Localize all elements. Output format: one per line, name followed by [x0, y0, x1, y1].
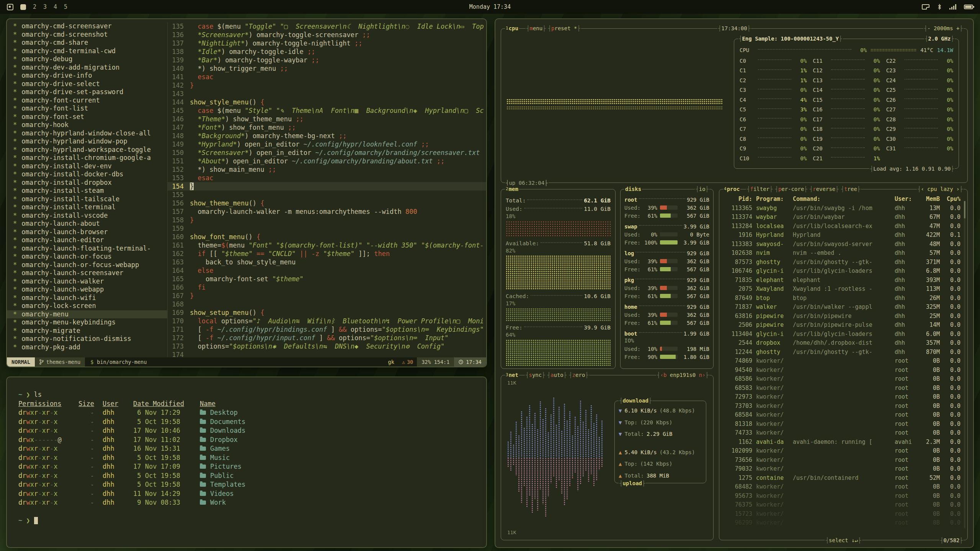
- omarchy-logo-icon[interactable]: [7, 4, 13, 10]
- proc-button-reverse[interactable]: ┤reverse├: [810, 186, 839, 192]
- update-interval-control[interactable]: ┤- 2000ms +├: [923, 25, 964, 32]
- ls-row[interactable]: drwxr-xr-x-dhh 9 Nov 08:33Work: [18, 498, 475, 507]
- ls-row[interactable]: drwxr-xr-x-dhh 5 Oct 19:58Music: [18, 453, 475, 463]
- process-row[interactable]: 96299kworker/root0B0.0: [722, 518, 964, 528]
- process-row[interactable]: 79032kworker/root0B0.0: [722, 465, 964, 474]
- process-row[interactable]: 102099kworker/root0B0.0: [722, 447, 964, 456]
- proc-button-filter[interactable]: ┤filter├: [747, 186, 773, 192]
- proc-column-header[interactable]: Pid:: [725, 195, 752, 204]
- file-tree-item[interactable]: *omarchy-font-current: [7, 96, 167, 105]
- proc-column-header[interactable]: Cpu%: [944, 195, 960, 204]
- code-line[interactable]: 159: [168, 224, 486, 233]
- workspace-3[interactable]: 3: [43, 3, 47, 10]
- process-row[interactable]: 12244ghostty/usr/bin/ghostty --gtk-dhh87…: [722, 348, 964, 357]
- file-tree-item[interactable]: *omarchy-launch-about: [7, 220, 167, 228]
- process-row[interactable]: 68482kworker/root0B0.0: [722, 483, 964, 492]
- network-bars-icon[interactable]: [949, 4, 956, 10]
- file-tree-item[interactable]: *omarchy-cmd-screenshot: [7, 31, 167, 39]
- process-row[interactable]: 2544dropbox/home/dhh/.dropbox-distdhh357…: [722, 339, 964, 348]
- file-tree-item[interactable]: *omarchy-install-docker-dbs: [7, 170, 167, 179]
- code-line[interactable]: 143: [168, 90, 486, 98]
- process-row[interactable]: 68583kworker/root0B0.0: [722, 384, 964, 393]
- process-row[interactable]: 73656kworker/root0B0.0: [722, 456, 964, 465]
- process-row[interactable]: 87573ghostty/usr/bin/ghostty --gtk-dhh37…: [722, 258, 964, 267]
- ls-row[interactable]: drwxr-xr-x-dhh16 Nov 15:31Games: [18, 444, 475, 453]
- workspace-5[interactable]: 5: [64, 3, 67, 10]
- proc-button-tree[interactable]: ┤tree├: [841, 186, 861, 192]
- code-line[interactable]: 152 *) show_main_menu ;;: [168, 165, 486, 174]
- ls-row[interactable]: drwxr-xr-x-dhh 5 Oct 19:58Public: [18, 471, 475, 481]
- file-tree-item[interactable]: *omarchy-hyprland-window-pop: [7, 137, 167, 146]
- process-row[interactable]: 113374waybar/usr/bin/waybardhh67M0.0: [722, 213, 964, 222]
- code-line[interactable]: 170 local options="♪ Audio\n≋ Wifi\nᛒ Bl…: [168, 317, 486, 325]
- terminal-prompt-line[interactable]: ~ ❯: [18, 516, 475, 525]
- file-tree-item[interactable]: *omarchy-debug: [7, 55, 167, 64]
- code-line[interactable]: 148 *Background*) omarchy-theme-bg-next …: [168, 132, 486, 140]
- code-line[interactable]: 162 if [[ "$theme" == "CNCLD" || -z "$th…: [168, 249, 486, 258]
- ls-row[interactable]: drwxr-xr-x-dhh 5 Oct 19:58Documents: [18, 417, 475, 427]
- process-row[interactable]: 106746glycin-i/usr/lib/glycin-loadersdhh…: [722, 267, 964, 276]
- code-line[interactable]: 146 *Theme*) show_theme_menu ;;: [168, 115, 486, 123]
- file-tree-item[interactable]: *omarchy-pkg-add: [7, 343, 167, 352]
- process-row[interactable]: 113284localsea/usr/lib/localsearch-exdhh…: [722, 222, 964, 231]
- file-tree[interactable]: *omarchy-cmd-screensaver*omarchy-cmd-scr…: [7, 22, 168, 357]
- file-tree-item[interactable]: *omarchy-install-vscode: [7, 212, 167, 220]
- file-tree-item[interactable]: *omarchy-launch-wifi: [7, 294, 167, 302]
- process-row[interactable]: 113404glycin-i/usr/lib/glycin-loadersdhh…: [722, 330, 964, 339]
- code-line[interactable]: 154}: [168, 182, 486, 191]
- file-tree-item[interactable]: *omarchy-install-tailscale: [7, 195, 167, 204]
- disks-io-toggle[interactable]: ┤io├: [695, 186, 709, 192]
- process-row[interactable]: 95673kworker/root0B0.0: [722, 492, 964, 501]
- process-row[interactable]: 71835elephantelephantdhh393M0.0: [722, 276, 964, 285]
- file-tree-item[interactable]: *omarchy-menu: [7, 310, 167, 319]
- file-tree-item[interactable]: *omarchy-install-terminal: [7, 203, 167, 212]
- file-tree-item[interactable]: *omarchy-drive-select: [7, 80, 167, 88]
- code-line[interactable]: 174: [168, 350, 486, 357]
- code-line[interactable]: 135 case $(menu "Toggle" "▢ Screensaver\…: [168, 22, 486, 31]
- file-tree-item[interactable]: *omarchy-font-set: [7, 113, 167, 121]
- process-row[interactable]: 74733kworker/root0B0.0: [722, 429, 964, 438]
- code-line[interactable]: 151 *About*) open_in_editor ~/.config/om…: [168, 157, 486, 165]
- proc-column-header[interactable]: Program:: [756, 195, 789, 204]
- proc-column-header[interactable]: Command:: [793, 195, 891, 204]
- code-line[interactable]: 155: [168, 191, 486, 199]
- proc-column-header[interactable]: User:: [895, 195, 915, 204]
- file-tree-item[interactable]: *omarchy-launch-or-focus: [7, 253, 167, 261]
- file-tree-item[interactable]: *omarchy-launch-walker: [7, 277, 167, 286]
- net-button-zero[interactable]: ┤zero├: [569, 372, 588, 378]
- file-tree-item[interactable]: *omarchy-hyprland-workspace-toggle: [7, 146, 167, 154]
- process-row[interactable]: 72973kworker/root0B0.0: [722, 393, 964, 402]
- code-line[interactable]: 149 *Hyprland*) open_in_editor ~/.config…: [168, 140, 486, 148]
- file-tree-item[interactable]: *omarchy-launch-or-focus-webapp: [7, 261, 167, 269]
- process-row[interactable]: 68586kworker/root0B0.0: [722, 375, 964, 384]
- file-tree-item[interactable]: *omarchy-lock-screen: [7, 302, 167, 310]
- code-line[interactable]: 157 omarchy-launch-walker -m menus:omarc…: [168, 207, 486, 216]
- net-button-auto[interactable]: ┤auto├: [547, 372, 567, 378]
- file-tree-item[interactable]: *omarchy-dev-add-migration: [7, 64, 167, 72]
- file-tree-item[interactable]: *omarchy-notification-dismiss: [7, 335, 167, 343]
- file-tree-item[interactable]: *omarchy-launch-floating-terminal-: [7, 245, 167, 253]
- proc-column-header[interactable]: MemB: [918, 195, 940, 204]
- code-line[interactable]: 145 case $(menu "Style" "✎ Theme\nA Font…: [168, 106, 486, 115]
- ls-row[interactable]: drwxr-xr-x-dhh11 Nov 14:29Videos: [18, 489, 475, 499]
- file-tree-item[interactable]: *omarchy-drive-set-password: [7, 88, 167, 96]
- code-line[interactable]: 164 else: [168, 266, 486, 275]
- file-tree-item[interactable]: *omarchy-cmd-screensaver: [7, 22, 167, 31]
- battery-icon[interactable]: [964, 5, 973, 9]
- code-line[interactable]: 141 esac: [168, 73, 486, 81]
- code-line[interactable]: 158}: [168, 216, 486, 224]
- process-row[interactable]: 1916HyprlandHyprlanddhh422M0.1: [722, 231, 964, 240]
- process-row[interactable]: 1275containe/usr/bin/containerdroot52M0.…: [722, 474, 964, 483]
- code-line[interactable]: 172 [ -f ~/.config/hypr/input.conf ] && …: [168, 334, 486, 342]
- code-line[interactable]: 138 *Idle*) omarchy-toggle-idle ;;: [168, 47, 486, 56]
- process-row[interactable]: 2506pipewire/usr/bin/pipewire-pulsedhh14…: [722, 321, 964, 330]
- file-tree-item[interactable]: *omarchy-install-steam: [7, 187, 167, 195]
- cpu-button-menu[interactable]: ┤menu├: [526, 25, 546, 32]
- ls-row[interactable]: drwxr-xr-x-dhh17 Nov 17:09Pictures: [18, 462, 475, 471]
- file-tree-item[interactable]: *omarchy-launch-screensaver: [7, 269, 167, 277]
- ls-row[interactable]: drwxr-xr-x-dhh 5 Oct 19:58Templates: [18, 480, 475, 489]
- ls-row[interactable]: drwxr-xr-x-dhh17 Nov 10:46Downloads: [18, 426, 475, 435]
- proc-scrollbar[interactable]: [964, 201, 965, 528]
- file-tree-item[interactable]: *omarchy-migrate: [7, 327, 167, 335]
- file-tree-item[interactable]: *omarchy-menu-keybindings: [7, 318, 167, 327]
